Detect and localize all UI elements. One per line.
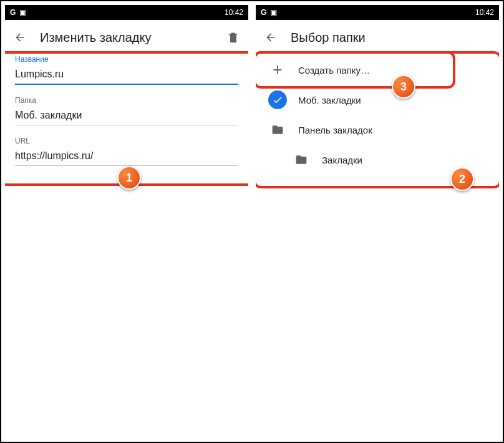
app-bar: Выбор папки: [256, 20, 499, 55]
back-icon[interactable]: [12, 30, 27, 45]
folder-label: Папка: [15, 96, 238, 105]
clock: 10:42: [225, 8, 243, 17]
name-input[interactable]: Lumpics.ru: [15, 66, 238, 85]
folder-icon: [292, 150, 311, 169]
folder-row[interactable]: Панель закладок: [263, 115, 492, 145]
delete-icon[interactable]: [226, 30, 241, 45]
page-title: Изменить закладку: [40, 31, 213, 45]
app-icon: ▣: [19, 8, 26, 17]
back-icon[interactable]: [263, 30, 278, 45]
folder-item-label: Моб. закладки: [298, 95, 361, 105]
app-icon: ▣: [270, 8, 277, 17]
page-title: Выбор папки: [291, 31, 492, 45]
url-input[interactable]: https://lumpics.ru/: [15, 148, 238, 166]
badge-1: 1: [117, 166, 141, 190]
folder-item-label: Создать папку…: [298, 65, 370, 75]
status-bar: G ▣ 10:42: [5, 5, 248, 20]
check-icon: [268, 90, 287, 109]
name-label: Название: [15, 55, 238, 64]
folder-row-nested[interactable]: Закладки: [263, 145, 492, 175]
create-folder-row[interactable]: Создать папку…: [263, 55, 492, 85]
folder-icon: [268, 120, 287, 139]
tutorial-image: G ▣ 10:42 Изменить закладку Название Lum…: [0, 0, 504, 443]
phone-right: G ▣ 10:42 Выбор папки Создать папку…: [256, 5, 499, 438]
phone-left: G ▣ 10:42 Изменить закладку Название Lum…: [5, 5, 248, 438]
google-icon: G: [10, 8, 16, 17]
app-bar: Изменить закладку: [5, 20, 248, 55]
folder-item-label: Закладки: [322, 155, 362, 165]
clock: 10:42: [475, 8, 494, 17]
folder-row-selected[interactable]: Моб. закладки: [263, 85, 492, 115]
folder-item-label: Панель закладок: [298, 125, 372, 135]
status-bar: G ▣ 10:42: [256, 5, 499, 20]
url-label: URL: [15, 137, 238, 145]
google-icon: G: [261, 8, 266, 17]
plus-icon: [268, 61, 287, 79]
folder-input[interactable]: Моб. закладки: [15, 107, 238, 125]
